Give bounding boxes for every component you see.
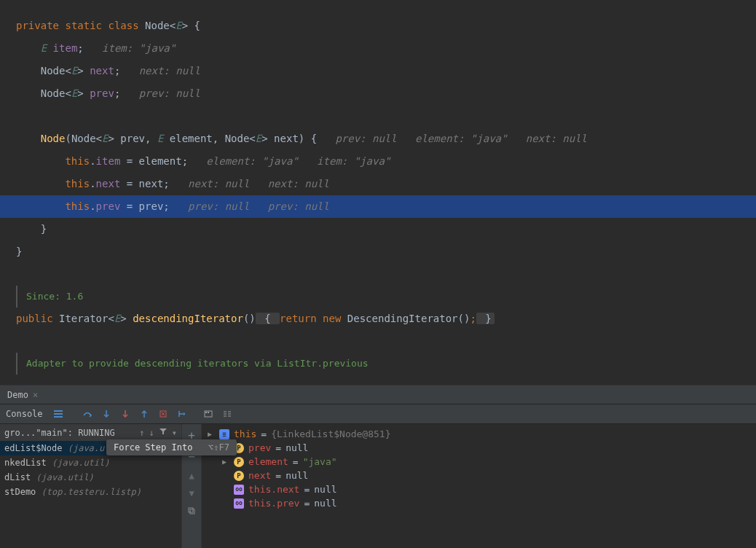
duplicate-watch-icon[interactable] [187,506,196,517]
debug-tab-bar: Demo × [0,385,756,404]
watch-icon: oo [234,485,244,495]
brace: { [188,20,200,31]
var-next[interactable]: P next = null [205,469,753,482]
code-line: Node<E> prev; prev: null [0,82,756,105]
code-line: this.item = element; element: "java" ite… [0,150,756,173]
frames-list[interactable]: edList$Node (java.util) nkedList (java.u… [0,441,181,548]
frames-header: gro..."main": RUNNING ↑ ↓ ▾ [0,424,181,441]
param-icon: P [234,457,244,467]
move-up-icon[interactable]: ▲ [189,471,194,481]
svg-rect-0 [54,410,63,412]
prev-frame-icon[interactable]: ↑ [139,428,144,438]
svg-rect-2 [54,416,63,418]
step-into-icon[interactable] [97,404,116,423]
code-line [0,105,756,128]
generic-type: E [176,20,181,31]
method-name: descendingIterator [133,313,243,324]
svg-rect-7 [189,508,193,512]
code-editor[interactable]: private static class Node<E> { E item; i… [0,0,756,385]
tooltip-text: Force Step Into [114,442,192,453]
javadoc-comment: Adapter to provide descending iterators … [16,353,756,375]
code-line: Node(Node<E> prev, E element, Node<E> ne… [0,128,756,150]
dropdown-icon[interactable]: ▾ [172,428,177,438]
frame-item[interactable]: stDemo (top.testeru.listp) [0,485,181,499]
debug-tab-demo[interactable]: Demo × [0,387,45,403]
next-frame-icon[interactable]: ↓ [149,428,154,438]
tab-label: Demo [7,390,28,400]
var-this-next[interactable]: oo this.next = null [205,482,753,496]
keyword-private: private [16,20,59,31]
param-icon: P [234,471,244,481]
var-this[interactable]: ▶ ≡ this = {LinkedList$Node@851} [205,427,753,441]
code-line: public Iterator<E> descendingIterator() … [0,308,756,330]
svg-rect-1 [54,413,63,415]
field-prev: prev [90,87,114,99]
threads-icon[interactable] [53,409,63,419]
watch-icon: oo [234,498,244,509]
keyword-class: class [108,20,138,31]
run-to-cursor-icon[interactable] [173,404,192,423]
keyword-static: static [65,20,102,31]
code-line [0,263,756,286]
inline-hint: item: "java" [102,42,176,54]
force-step-into-icon[interactable] [116,404,135,423]
variables-panel[interactable]: ▶ ≡ this = {LinkedList$Node@851} P prev … [202,424,756,548]
code-line: } [0,218,756,240]
tooltip-shortcut: ⌥⇧F7 [208,442,229,453]
var-prev[interactable]: P prev = null [205,441,753,455]
step-over-icon[interactable] [78,404,97,423]
svg-rect-6 [208,412,209,413]
close-icon[interactable]: × [33,390,38,400]
move-down-icon[interactable]: ▼ [189,488,194,498]
chevron-right-icon[interactable]: ▶ [208,430,212,438]
code-line: this.next = next; next: null next: null [0,173,756,195]
var-this-prev[interactable]: oo this.prev = null [205,496,753,510]
code-line: Node<E> next; next: null [0,60,756,82]
svg-rect-8 [190,509,194,514]
chevron-right-icon[interactable]: ▶ [222,458,227,466]
var-element[interactable]: ▶ P element = "java" [205,455,753,469]
drop-frame-icon[interactable] [154,404,173,423]
frame-item[interactable]: nkedList (java.util) [0,455,181,470]
field-item: item [53,42,78,54]
frame-item[interactable]: dList (java.util) [0,470,181,485]
class-name: Node [145,20,170,31]
evaluate-expression-icon[interactable] [199,404,218,423]
field-type: E [41,42,47,54]
thread-status: gro..."main": RUNNING [4,428,115,438]
constructor-name: Node [41,133,66,144]
object-icon: ≡ [219,429,229,439]
svg-rect-5 [205,412,207,413]
inline-hint: prev: null [139,87,200,99]
javadoc-since: Since: 1.6 [16,286,756,308]
trace-current-stream-chain-icon[interactable] [218,404,237,423]
code-line: private static class Node<E> { [0,15,756,37]
filter-icon[interactable] [159,427,168,438]
console-tab[interactable]: Console [0,409,49,419]
code-line: E item; item: "java" [0,37,756,60]
field-next: next [90,65,114,77]
debug-toolbar: Console [0,404,756,424]
code-line [0,330,756,353]
step-out-icon[interactable] [135,404,154,423]
tooltip: Force Step Into ⌥⇧F7 [106,439,237,455]
inline-hint: next: null [139,65,200,77]
code-line: } [0,240,756,263]
current-execution-line: this.prev = prev; prev: null prev: null [0,195,756,218]
